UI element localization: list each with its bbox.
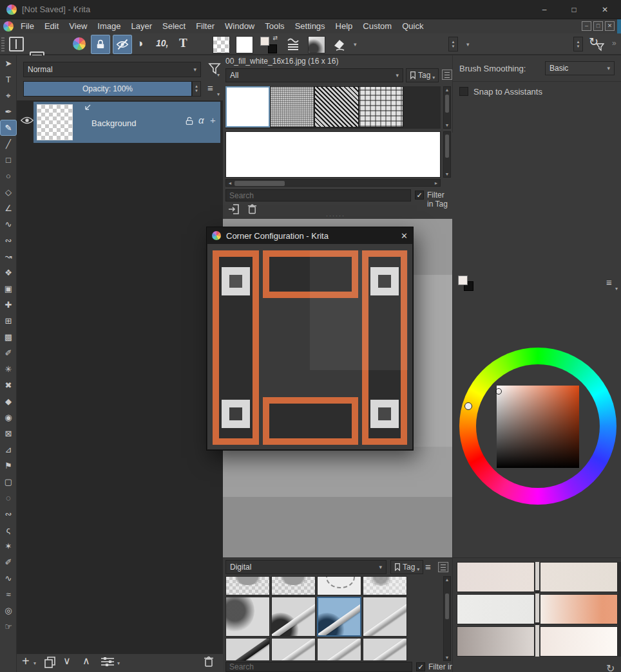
brush-opacity-spinner[interactable]: ▲ ▼ — [573, 37, 583, 51]
blend-mode-combo[interactable]: Normal ▾ — [23, 62, 201, 77]
transform-tool[interactable]: ▣ — [0, 281, 17, 297]
gradient-swatch-3[interactable] — [457, 594, 535, 624]
rectangle-tool[interactable]: □ — [0, 152, 17, 168]
brush-pen-silver-2[interactable] — [317, 638, 361, 661]
gradient-tool[interactable]: ▩ — [0, 329, 17, 345]
ten-brushes-icon[interactable]: 10, — [156, 38, 168, 48]
pattern-tag-combo[interactable]: All ▾ — [225, 68, 403, 82]
menu-item-view[interactable]: View — [64, 19, 92, 33]
scroll-down-icon[interactable]: ▼ — [444, 172, 450, 176]
corner-handle-bottom-left[interactable] — [222, 400, 250, 428]
similar-select-tool[interactable]: ✐ — [0, 554, 17, 570]
add-layer-dropdown-icon[interactable]: ▾ — [33, 660, 36, 666]
scrollbar-thumb[interactable] — [445, 593, 449, 619]
multibrush-tool[interactable]: ❖ — [0, 265, 17, 281]
measure-tool[interactable]: ⊿ — [0, 442, 17, 458]
hide-brush-outline-button[interactable] — [113, 35, 132, 54]
menu-item-quick[interactable]: Quick — [397, 19, 428, 33]
brush-display-config-icon[interactable] — [438, 562, 448, 572]
sv-square-indicator[interactable] — [495, 388, 502, 395]
layer-inherit-alpha-icon[interactable]: + — [210, 115, 216, 126]
pattern-woven[interactable] — [359, 86, 403, 127]
scroll-down-icon[interactable]: ▼ — [444, 655, 450, 660]
sv-square[interactable] — [497, 386, 579, 468]
brush-eraser-circle[interactable] — [225, 576, 270, 595]
move-layer-up-icon[interactable]: ∧ — [82, 655, 90, 667]
size-dropdown-icon[interactable]: ▾ — [466, 41, 470, 48]
pattern-preview[interactable] — [225, 131, 441, 178]
brush-marker-black[interactable] — [225, 638, 270, 661]
delete-resource-trash-icon[interactable] — [247, 203, 257, 215]
menu-item-file[interactable]: File — [15, 19, 39, 33]
pattern-canvas-fine[interactable] — [270, 86, 314, 127]
brush-airbrush-soft[interactable] — [225, 597, 270, 637]
gamut-mask-icon[interactable]: ◑ — [137, 37, 143, 50]
scrollbar-thumb[interactable] — [445, 135, 449, 158]
pattern-filter-checkbox[interactable]: ✓ — [415, 191, 424, 200]
corner-frame-top[interactable] — [263, 250, 358, 298]
brush-eraser-circle-2[interactable] — [271, 576, 316, 595]
layer-alpha-icon[interactable]: α — [198, 115, 204, 126]
menu-item-layer[interactable]: Layer — [126, 19, 157, 33]
window-close-button[interactable]: ✕ — [589, 0, 621, 19]
spin-down-icon[interactable]: ▼ — [577, 44, 580, 49]
bezier-curve-tool[interactable]: ∿ — [0, 216, 17, 232]
add-layer-button[interactable]: + — [22, 654, 30, 669]
import-resource-icon[interactable] — [228, 203, 240, 215]
move-tool[interactable]: ✚ — [0, 297, 17, 313]
snap-to-assistants-checkbox[interactable] — [459, 87, 468, 96]
pan-tool[interactable]: ☞ — [0, 619, 17, 635]
dynamic-brush-tool[interactable]: ↝ — [0, 248, 17, 265]
window-maximize-button[interactable]: □ — [559, 0, 589, 19]
gradient-swatch-2[interactable] — [540, 562, 618, 592]
layer-lock-icon[interactable] — [184, 116, 195, 126]
scroll-right-icon[interactable]: ► — [433, 181, 439, 185]
spin-down-icon[interactable]: ▼ — [452, 44, 455, 49]
brush-size-spinner[interactable]: ▲ ▼ — [448, 37, 458, 51]
corner-configuration-dialog[interactable]: Corner Configuration - Krita ✕ — [206, 227, 414, 451]
menu-item-select[interactable]: Select — [157, 19, 191, 33]
foreground-color-swatch[interactable] — [458, 275, 468, 285]
preserve-alpha-button[interactable] — [91, 35, 110, 54]
select-shapes-tool[interactable]: ➤ — [0, 55, 17, 71]
polygon-tool[interactable]: ◇ — [0, 184, 17, 200]
workspace-chooser-icon[interactable] — [9, 37, 24, 51]
corner-frame-bottom[interactable] — [263, 397, 358, 445]
filter-dropdown-icon[interactable]: ▾ — [217, 72, 220, 78]
dialog-close-icon[interactable]: ✕ — [401, 231, 408, 241]
color-sampler-tool[interactable]: ✐ — [0, 345, 17, 361]
polygonal-select-tool[interactable]: ς — [0, 522, 17, 538]
gradient-swatch-6[interactable] — [540, 626, 618, 657]
brush-eraser-soft[interactable] — [363, 576, 407, 595]
brush-option-lines-icon[interactable] — [286, 38, 300, 51]
freehand-brush-tool[interactable]: ✎ — [0, 120, 17, 136]
layer-opacity-slider[interactable]: Opacity: 100% — [23, 81, 192, 97]
fg-bg-colors-button[interactable]: ⇄ — [260, 37, 277, 53]
pattern-scrollbar[interactable]: ▲ ▼ — [443, 86, 451, 129]
corner-handle-bottom-right[interactable] — [370, 400, 399, 428]
menu-item-window[interactable]: Window — [220, 19, 260, 33]
window-minimize-button[interactable]: – — [530, 0, 559, 19]
brush-tag-button[interactable]: Tag ▾ — [390, 560, 423, 574]
dialog-title-bar[interactable]: Corner Configuration - Krita ✕ — [207, 227, 413, 244]
magic-wand-select-tool[interactable]: ✶ — [0, 538, 17, 554]
spin-up-icon[interactable]: ▲ — [452, 40, 455, 44]
brush-filter-checkbox[interactable]: ✓ — [416, 662, 425, 671]
refresh-icon[interactable]: ↻ — [606, 662, 615, 672]
bezier-select-tool[interactable]: ∿ — [0, 570, 17, 586]
brush-pen-silver-3[interactable] — [363, 638, 407, 661]
preview-vscrollbar[interactable]: ▼ — [443, 131, 451, 178]
menu-item-edit[interactable]: Edit — [39, 19, 64, 33]
pattern-tag-button[interactable]: Tag ▾ — [406, 68, 439, 82]
freehand-path-tool[interactable]: ∾ — [0, 232, 17, 248]
krita-swatches-icon[interactable] — [73, 37, 86, 50]
ellipse-select-tool[interactable]: ◌ — [0, 490, 17, 506]
pattern-canvas-rough[interactable] — [314, 86, 359, 127]
smart-patch-tool[interactable]: ✖ — [0, 377, 17, 393]
docker-resize-handle[interactable]: ······ — [326, 212, 345, 219]
brush-smoothing-combo[interactable]: Basic ▾ — [545, 61, 615, 75]
scrollbar-thumb[interactable] — [234, 181, 285, 186]
pattern-fill-button[interactable] — [213, 36, 230, 53]
layer-menu-dropdown-icon[interactable]: ▾ — [217, 91, 220, 97]
duplicate-layer-icon[interactable] — [44, 656, 57, 669]
